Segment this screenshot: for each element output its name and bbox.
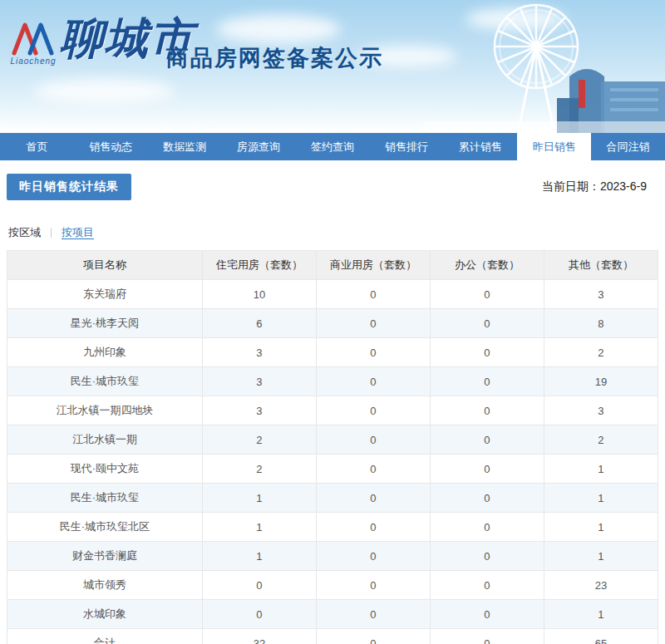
value-cell: 1 xyxy=(544,513,658,542)
nav-item-sales-news[interactable]: 销售动态 xyxy=(74,133,148,160)
value-cell: 0 xyxy=(316,396,430,425)
value-cell: 1 xyxy=(202,484,316,513)
value-cell: 0 xyxy=(430,367,544,396)
value-cell: 1 xyxy=(544,542,658,571)
value-cell: 2 xyxy=(544,338,658,367)
value-cell: 0 xyxy=(430,542,544,571)
tab-by-project[interactable]: 按项目 xyxy=(62,225,94,240)
value-cell: 0 xyxy=(316,571,430,600)
value-cell: 0 xyxy=(316,455,430,484)
sales-statistics-table: 项目名称住宅用房（套数）商业用房（套数）办公（套数）其他（套数） 东关瑞府100… xyxy=(7,250,658,644)
table-row: 星光·桃李天阅6008 xyxy=(7,309,658,338)
value-cell: 0 xyxy=(430,484,544,513)
value-cell: 23 xyxy=(544,571,658,600)
column-header: 其他（套数） xyxy=(544,251,658,280)
value-cell: 8 xyxy=(544,309,658,338)
value-cell: 0 xyxy=(316,600,430,629)
value-cell: 0 xyxy=(430,280,544,309)
project-name-cell: 民生·城市玖玺 xyxy=(7,484,203,513)
table-row: 江北水镇一期2002 xyxy=(7,425,658,455)
banner-title: 商品房网签备案公示 xyxy=(166,43,383,73)
value-cell: 0 xyxy=(316,513,430,542)
value-cell: 0 xyxy=(430,338,544,367)
value-cell: 1 xyxy=(544,484,658,513)
project-name-cell: 财金书香澜庭 xyxy=(7,542,203,571)
value-cell: 2 xyxy=(202,455,316,484)
nav-item-sales-ranking[interactable]: 销售排行 xyxy=(369,133,443,160)
view-tabs: 按区域按项目 xyxy=(8,225,658,240)
table-row: 民生·城市玖玺30019 xyxy=(7,367,658,396)
value-cell: 19 xyxy=(544,367,658,396)
value-cell: 0 xyxy=(430,600,544,629)
value-cell: 0 xyxy=(316,629,430,644)
value-cell: 0 xyxy=(202,600,316,629)
table-row: 江北水镇一期四地块3003 xyxy=(7,396,658,425)
project-name-cell: 九州印象 xyxy=(7,338,203,367)
tab-by-region[interactable]: 按区域 xyxy=(8,225,41,240)
header-row: 项目名称住宅用房（套数）商业用房（套数）办公（套数）其他（套数） xyxy=(7,251,658,280)
value-cell: 10 xyxy=(202,280,316,309)
value-cell: 3 xyxy=(202,396,316,425)
column-header: 住宅用房（套数） xyxy=(202,251,316,280)
banner-illustration-ferris-wheel-buildings xyxy=(424,0,665,133)
value-cell: 2 xyxy=(544,425,658,455)
value-cell: 2 xyxy=(202,425,316,455)
value-cell: 0 xyxy=(430,513,544,542)
value-cell: 0 xyxy=(316,542,430,571)
project-name-cell: 现代·颐中文苑 xyxy=(7,455,203,484)
project-name-cell: 江北水镇一期四地块 xyxy=(7,396,203,425)
value-cell: 1 xyxy=(544,600,658,629)
nav-item-yesterday-sales[interactable]: 昨日销售 xyxy=(517,133,591,160)
city-logo-icon xyxy=(10,17,57,60)
project-name-cell: 水城印象 xyxy=(7,600,203,629)
table-body: 东关瑞府10003星光·桃李天阅6008九州印象3002民生·城市玖玺30019… xyxy=(7,280,658,644)
nav-item-home[interactable]: 首页 xyxy=(0,133,74,160)
table-row: 财金书香澜庭1001 xyxy=(7,542,658,571)
table-row: 现代·颐中文苑2001 xyxy=(7,455,658,484)
value-cell: 1 xyxy=(544,455,658,484)
value-cell: 0 xyxy=(430,629,544,644)
value-cell: 6 xyxy=(202,309,316,338)
table-row: 城市领秀00023 xyxy=(7,571,658,600)
table-row: 东关瑞府10003 xyxy=(7,280,658,309)
table-row: 民生·城市玖玺1001 xyxy=(7,484,658,513)
title-row: 昨日销售统计结果 当前日期：2023-6-9 xyxy=(7,174,658,200)
project-name-cell: 东关瑞府 xyxy=(7,280,203,309)
banner: Liaocheng 聊城市 商品房网签备案公示 xyxy=(0,0,665,133)
table-row: 民生·城市玖玺北区1001 xyxy=(7,513,658,542)
nav-item-contract-cancel[interactable]: 合同注销 xyxy=(591,133,665,160)
value-cell: 0 xyxy=(316,280,430,309)
project-name-cell: 民生·城市玖玺北区 xyxy=(7,513,203,542)
nav-item-total-sales[interactable]: 累计销售 xyxy=(443,133,517,160)
value-cell: 65 xyxy=(544,629,658,644)
value-cell: 0 xyxy=(430,309,544,338)
value-cell: 0 xyxy=(430,425,544,455)
value-cell: 0 xyxy=(430,396,544,425)
value-cell: 1 xyxy=(202,513,316,542)
value-cell: 0 xyxy=(316,484,430,513)
column-header: 项目名称 xyxy=(7,251,203,280)
value-cell: 3 xyxy=(202,367,316,396)
table-row: 九州印象3002 xyxy=(7,338,658,367)
value-cell: 32 xyxy=(202,629,316,644)
table-header: 项目名称住宅用房（套数）商业用房（套数）办公（套数）其他（套数） xyxy=(7,251,658,280)
value-cell: 0 xyxy=(316,309,430,338)
project-name-cell: 江北水镇一期 xyxy=(7,425,203,455)
cloud-decoration xyxy=(33,79,175,104)
value-cell: 0 xyxy=(316,425,430,455)
logo-subtext: Liaocheng xyxy=(10,57,56,66)
tab-separator xyxy=(51,228,52,238)
nav-item-contract-query[interactable]: 签约查询 xyxy=(296,133,370,160)
nav-item-listing-query[interactable]: 房源查询 xyxy=(222,133,296,160)
value-cell: 1 xyxy=(202,542,316,571)
page-title: 昨日销售统计结果 xyxy=(7,174,131,200)
cloud-decoration xyxy=(216,15,341,43)
value-cell: 3 xyxy=(544,396,658,425)
main-nav: 首页销售动态数据监测房源查询签约查询销售排行累计销售昨日销售合同注销 xyxy=(0,133,665,160)
value-cell: 0 xyxy=(316,367,430,396)
nav-item-data-monitor[interactable]: 数据监测 xyxy=(148,133,222,160)
value-cell: 3 xyxy=(202,338,316,367)
value-cell: 0 xyxy=(202,571,316,600)
value-cell: 0 xyxy=(430,571,544,600)
column-header: 办公（套数） xyxy=(430,251,544,280)
